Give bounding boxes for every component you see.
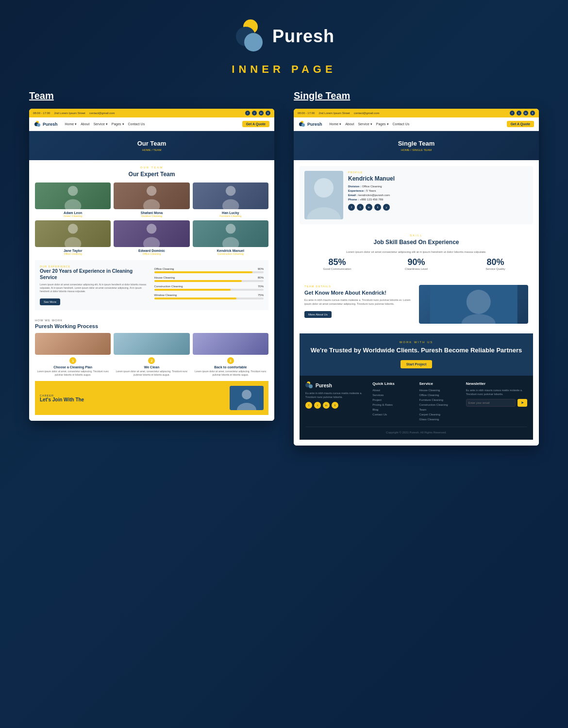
team-details-label: TEAM DETAILS bbox=[304, 285, 414, 288]
more-about-btn[interactable]: More About Us bbox=[304, 311, 332, 318]
team-page-section: Team 08:00 - 17:00 2nd Lorem Ipsum Stree… bbox=[29, 90, 274, 446]
skill-stats: 85% Good Communication 90% Cleanliness L… bbox=[300, 257, 533, 270]
nav-home[interactable]: Home ▾ bbox=[65, 122, 77, 126]
nav-contact[interactable]: Contact Us bbox=[128, 122, 145, 126]
single-nav-pages[interactable]: Pages ▾ bbox=[376, 122, 389, 126]
svg-point-9 bbox=[143, 237, 160, 247]
nav-about[interactable]: About bbox=[81, 122, 89, 126]
footer-link-blog[interactable]: Blog bbox=[372, 408, 413, 411]
footer-social-li[interactable]: li bbox=[332, 402, 338, 409]
footer-link-about[interactable]: About bbox=[372, 389, 413, 392]
footer-grid: Puresh Eu ante in nibh mauris cursus mat… bbox=[305, 381, 527, 423]
profile-photo bbox=[304, 171, 343, 219]
single-hero: Single Team HOME / SINGLE TEAM bbox=[294, 131, 539, 160]
profile-social-fb[interactable]: f bbox=[348, 204, 355, 211]
footer-link-project[interactable]: Project bbox=[372, 398, 413, 401]
single-social-tw[interactable]: t bbox=[517, 111, 521, 116]
nav-cta-btn[interactable]: Get A Quote bbox=[242, 121, 269, 127]
skill-3-pct: 70% bbox=[258, 285, 264, 288]
nav-pages[interactable]: Pages ▾ bbox=[112, 122, 124, 126]
social-tw[interactable]: t bbox=[252, 111, 257, 116]
pages-grid: Team 08:00 - 17:00 2nd Lorem Ipsum Stree… bbox=[29, 90, 539, 446]
single-social-ig[interactable]: in bbox=[523, 111, 528, 116]
team-page-label: Team bbox=[29, 90, 274, 101]
exp-description: Lorem ipsum dolor sit amet consectetur a… bbox=[40, 283, 150, 293]
newsletter-submit-btn[interactable]: ➤ bbox=[518, 399, 527, 407]
footer-social-ig[interactable]: in bbox=[323, 402, 330, 409]
team-section-title: Our Expert Team bbox=[35, 171, 268, 178]
footer-service-4[interactable]: Construction Cleaning bbox=[419, 403, 460, 406]
svg-point-11 bbox=[222, 237, 239, 247]
see-more-btn[interactable]: See More bbox=[40, 298, 60, 305]
social-fb[interactable]: f bbox=[245, 111, 250, 116]
footer-service-6[interactable]: Carpet Cleaning bbox=[419, 413, 460, 416]
profile-social-li[interactable]: li bbox=[374, 204, 381, 211]
team-photo-2 bbox=[114, 182, 189, 209]
skill-bar-2: House Cleaning 80% bbox=[154, 276, 264, 282]
step-1-number: 1 bbox=[69, 357, 76, 364]
footer-quick-links-title: Quick Links bbox=[372, 381, 413, 386]
step-3-title: Back to comfortable bbox=[193, 365, 268, 369]
process-img-2 bbox=[114, 333, 189, 355]
social-ig[interactable]: in bbox=[259, 111, 264, 116]
social-li[interactable]: li bbox=[266, 111, 270, 116]
footer-section: Puresh Eu ante in nibh mauris cursus mat… bbox=[300, 376, 533, 440]
footer-service-1[interactable]: House Cleaning bbox=[419, 389, 460, 392]
single-nav-logo-icon bbox=[299, 121, 305, 128]
exp-title: Over 20 Years of Experience in Cleaning … bbox=[40, 268, 150, 281]
single-nav-about[interactable]: About bbox=[345, 122, 354, 126]
team-breadcrumb: HOME / TEAM bbox=[142, 149, 162, 151]
single-nav-items[interactable]: Home ▾ About Service ▾ Pages ▾ Contact U… bbox=[330, 122, 410, 126]
profile-phone: Phone : +880 123 456 789 bbox=[348, 198, 528, 201]
start-project-btn[interactable]: Start Project bbox=[401, 360, 433, 368]
single-nav-home[interactable]: Home ▾ bbox=[330, 122, 342, 126]
footer-link-pricing[interactable]: Pricing & Rates bbox=[372, 403, 413, 406]
skill-bar-4: Window Cleaning 75% bbox=[154, 294, 264, 299]
team-topbar: 08:00 - 17:00 2nd Lorem Ipsum Street con… bbox=[29, 109, 274, 117]
logo: Puresh bbox=[234, 19, 334, 53]
team-member-4: Jane Taylor Office Cleaning bbox=[35, 220, 111, 255]
footer-logo: Puresh bbox=[305, 381, 367, 389]
team-member-5: Edward Dominic Office Cleaning bbox=[114, 220, 189, 255]
profile-social-tw[interactable]: t bbox=[357, 204, 364, 211]
skills-title: Job Skill Based On Experience bbox=[300, 239, 533, 246]
team-detail-image: ▶ bbox=[419, 285, 529, 324]
svg-point-3 bbox=[143, 199, 160, 209]
nav-service[interactable]: Service ▾ bbox=[93, 122, 107, 126]
single-nav-service[interactable]: Service ▾ bbox=[358, 122, 372, 126]
team-members-grid: Adam Leon Green Cleaning Shafani Mona bbox=[35, 182, 268, 255]
single-nav-cta[interactable]: Get A Quote bbox=[507, 121, 534, 127]
nav-items[interactable]: Home ▾ About Service ▾ Pages ▾ Contact U… bbox=[65, 122, 145, 126]
footer-social-fb[interactable]: f bbox=[305, 402, 312, 409]
step-2-title: We Clean bbox=[114, 365, 189, 369]
footer-brand: Puresh Eu ante in nibh mauris cursus mat… bbox=[305, 381, 367, 423]
footer-link-contact[interactable]: Contact Us bbox=[372, 413, 413, 416]
team-photo-5 bbox=[114, 220, 189, 247]
profile-social-ig[interactable]: in bbox=[366, 204, 372, 211]
single-team-browser-mockup: 08:00 - 17:00 2nd Lorem Ipsum Street con… bbox=[294, 109, 539, 446]
skill-bar-3: Construction Cleaning 70% bbox=[154, 285, 264, 291]
career-title: Let's Join With The bbox=[40, 397, 226, 402]
newsletter-email-input[interactable] bbox=[466, 399, 516, 407]
single-topbar-left: 08:00 - 17:00 2nd Lorem Ipsum Street con… bbox=[298, 112, 380, 115]
footer-link-services[interactable]: Services bbox=[372, 394, 413, 397]
single-nav-contact[interactable]: Contact Us bbox=[393, 122, 410, 126]
step-1-title: Choose a Cleaning Plan bbox=[35, 365, 111, 369]
process-img-1 bbox=[35, 333, 111, 355]
footer-service-7[interactable]: Glass Cleaning bbox=[419, 418, 460, 421]
skills-desc: Lorem ipsum dolor sit amet consectetur a… bbox=[300, 250, 533, 253]
single-hero-title: Single Team bbox=[398, 140, 435, 147]
stat-2: 90% Cleanliness Level bbox=[379, 257, 454, 270]
team-details: TEAM DETAILS Get Know More About Kendric… bbox=[300, 280, 533, 329]
skill-1-pct: 90% bbox=[258, 267, 264, 270]
team-photo-3 bbox=[193, 182, 268, 209]
experience-section: OUR EXPERIENCE Over 20 Years of Experien… bbox=[35, 260, 268, 310]
profile-social-yt[interactable]: y bbox=[383, 204, 390, 211]
profile-info: PROFILE Kendrick Manuel Division : Offic… bbox=[348, 171, 528, 219]
footer-service-3[interactable]: Furniture Cleaning bbox=[419, 398, 460, 401]
footer-social-tw[interactable]: t bbox=[314, 402, 321, 409]
footer-service-5[interactable]: Team bbox=[419, 408, 460, 411]
footer-service-2[interactable]: Office Cleaning bbox=[419, 394, 460, 397]
single-social-li[interactable]: li bbox=[530, 111, 535, 116]
single-social-fb[interactable]: f bbox=[510, 111, 515, 116]
